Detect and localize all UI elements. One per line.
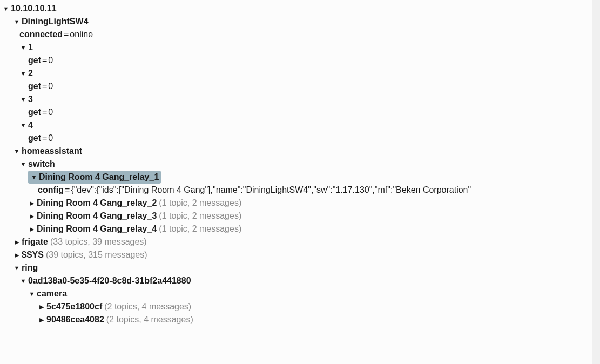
node-label: Dining Room 4 Gang_relay_4 <box>37 223 157 235</box>
node-meta: (33 topics, 39 messages) <box>50 235 147 248</box>
node-label: 4 <box>28 119 33 132</box>
node-meta: (1 topic, 2 messages) <box>159 210 241 223</box>
chevron-down-icon[interactable] <box>19 158 27 171</box>
prop-key: connected <box>19 28 63 41</box>
tree-node-camera2[interactable]: 90486cea4082 (2 topics, 4 messages) <box>0 313 600 326</box>
tree-node-ch1[interactable]: 1 <box>0 41 600 54</box>
node-label: 2 <box>28 67 33 80</box>
chevron-right-icon[interactable] <box>13 248 21 261</box>
node-label: frigate <box>22 235 48 248</box>
chevron-right-icon[interactable] <box>28 210 36 223</box>
prop-value: 0 <box>48 54 53 67</box>
chevron-down-icon[interactable] <box>19 274 27 287</box>
tree-node-dining[interactable]: DiningLightSW4 <box>0 15 600 28</box>
tree-node-camera1[interactable]: 5c475e1800cf (2 topics, 4 messages) <box>0 300 600 313</box>
tree-leaf-ch3-get[interactable]: get = 0 <box>0 106 600 119</box>
chevron-down-icon[interactable] <box>19 93 27 106</box>
chevron-right-icon[interactable] <box>13 235 21 248</box>
tree-leaf-connected[interactable]: connected = online <box>0 28 600 41</box>
prop-value: 0 <box>48 80 53 93</box>
node-label: 1 <box>28 41 33 54</box>
node-label: DiningLightSW4 <box>22 15 89 28</box>
equals-sign: = <box>42 80 47 93</box>
vertical-scrollbar[interactable] <box>592 0 600 364</box>
node-label: 0ad138a0-5e35-4f20-8c8d-31bf2a441880 <box>28 274 191 287</box>
node-meta: (1 topic, 2 messages) <box>159 223 241 235</box>
node-label: camera <box>37 287 67 300</box>
chevron-right-icon[interactable] <box>28 223 36 235</box>
equals-sign: = <box>64 28 69 41</box>
chevron-down-icon[interactable] <box>19 119 27 132</box>
tree-node-ch3[interactable]: 3 <box>0 93 600 106</box>
prop-key: get <box>28 106 41 119</box>
tree-node-ch2[interactable]: 2 <box>0 67 600 80</box>
node-label: Dining Room 4 Gang_relay_1 <box>39 171 159 184</box>
equals-sign: = <box>65 184 70 197</box>
node-label: 3 <box>28 93 33 106</box>
prop-key: get <box>28 132 41 145</box>
tree-node-ring-uuid[interactable]: 0ad138a0-5e35-4f20-8c8d-31bf2a441880 <box>0 274 600 287</box>
chevron-down-icon[interactable] <box>2 2 10 15</box>
tree-node-homeassistant[interactable]: homeassistant <box>0 145 600 158</box>
chevron-down-icon[interactable] <box>28 287 36 300</box>
chevron-down-icon[interactable] <box>30 171 38 184</box>
node-label: 90486cea4082 <box>46 313 104 326</box>
node-meta: (2 topics, 4 messages) <box>104 300 191 313</box>
prop-value: {"dev":{"ids":["Dining Room 4 Gang"],"na… <box>71 184 471 197</box>
prop-key: config <box>38 184 64 197</box>
tree-node-relay4[interactable]: Dining Room 4 Gang_relay_4 (1 topic, 2 m… <box>0 223 600 235</box>
node-label: 10.10.10.11 <box>11 2 57 15</box>
tree-node-sys[interactable]: $SYS (39 topics, 315 messages) <box>0 248 600 261</box>
tree-leaf-ch1-get[interactable]: get = 0 <box>0 54 600 67</box>
prop-value: 0 <box>48 106 53 119</box>
equals-sign: = <box>42 132 47 145</box>
tree-container: 10.10.10.11 DiningLightSW4 connected = o… <box>0 0 600 364</box>
chevron-down-icon[interactable] <box>13 145 21 158</box>
tree-node-relay2[interactable]: Dining Room 4 Gang_relay_2 (1 topic, 2 m… <box>0 197 600 210</box>
tree-node-camera[interactable]: camera <box>0 287 600 300</box>
node-label: Dining Room 4 Gang_relay_3 <box>37 210 157 223</box>
tree-leaf-ch4-get[interactable]: get = 0 <box>0 132 600 145</box>
tree-leaf-relay1-config[interactable]: config = {"dev":{"ids":["Dining Room 4 G… <box>0 184 600 197</box>
tree-leaf-ch2-get[interactable]: get = 0 <box>0 80 600 93</box>
chevron-down-icon[interactable] <box>19 41 27 54</box>
node-label: $SYS <box>22 248 44 261</box>
chevron-right-icon[interactable] <box>38 313 45 326</box>
tree-node-ch4[interactable]: 4 <box>0 119 600 132</box>
tree-node-relay3[interactable]: Dining Room 4 Gang_relay_3 (1 topic, 2 m… <box>0 210 600 223</box>
prop-key: get <box>28 54 41 67</box>
tree-node-ring[interactable]: ring <box>0 261 600 274</box>
node-label: ring <box>22 261 38 274</box>
chevron-down-icon[interactable] <box>13 15 21 28</box>
node-label: switch <box>28 158 55 171</box>
node-meta: (1 topic, 2 messages) <box>159 197 241 210</box>
node-meta: (39 topics, 315 messages) <box>46 248 147 261</box>
node-label: 5c475e1800cf <box>46 300 102 313</box>
tree-node-root[interactable]: 10.10.10.11 <box>0 2 600 15</box>
prop-key: get <box>28 80 41 93</box>
tree-node-frigate[interactable]: frigate (33 topics, 39 messages) <box>0 235 600 248</box>
node-label: Dining Room 4 Gang_relay_2 <box>37 197 157 210</box>
chevron-right-icon[interactable] <box>28 197 36 210</box>
chevron-right-icon[interactable] <box>38 300 45 313</box>
prop-value: online <box>70 28 93 41</box>
node-label: homeassistant <box>22 145 82 158</box>
prop-value: 0 <box>48 132 53 145</box>
node-meta: (2 topics, 4 messages) <box>106 313 193 326</box>
chevron-down-icon[interactable] <box>19 67 27 80</box>
tree-node-switch[interactable]: switch <box>0 158 600 171</box>
equals-sign: = <box>42 106 47 119</box>
chevron-down-icon[interactable] <box>13 261 21 274</box>
tree-node-relay1[interactable]: Dining Room 4 Gang_relay_1 <box>0 171 600 184</box>
equals-sign: = <box>42 54 47 67</box>
selected-node[interactable]: Dining Room 4 Gang_relay_1 <box>28 171 161 184</box>
